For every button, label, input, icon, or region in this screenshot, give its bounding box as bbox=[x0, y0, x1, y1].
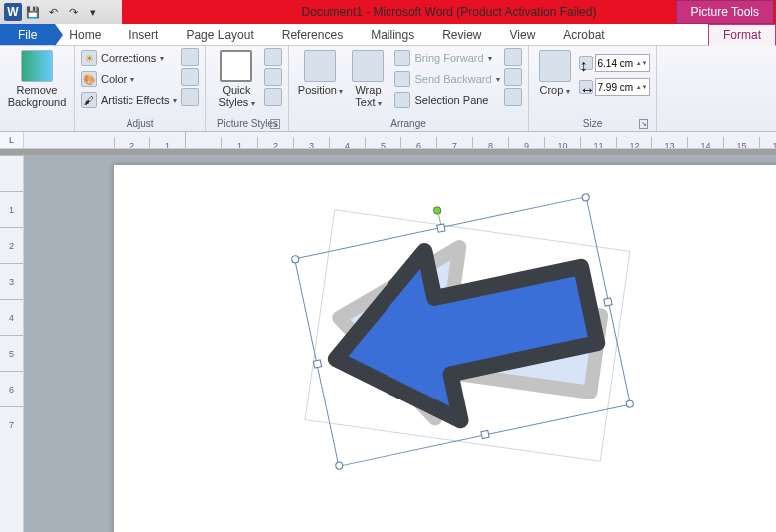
resize-handle-e[interactable] bbox=[603, 297, 612, 306]
tab-view[interactable]: View bbox=[496, 24, 550, 45]
save-icon[interactable]: 💾 bbox=[24, 3, 42, 21]
remove-background-icon bbox=[21, 50, 53, 82]
ribbon: Remove Background Corrections Color Arti… bbox=[0, 46, 776, 132]
send-backward-label: Send Backward bbox=[414, 73, 491, 85]
color-label: Color bbox=[101, 73, 127, 85]
resize-handle-ne[interactable] bbox=[581, 193, 590, 202]
resize-handle-se[interactable] bbox=[625, 399, 634, 408]
color-button[interactable]: Color bbox=[81, 69, 177, 89]
title-bar: W 💾 ↶ ↷ ▾ Document1 - Microsoft Word (Pr… bbox=[0, 0, 776, 24]
color-icon bbox=[81, 71, 97, 87]
group-arrange: Position Wrap Text Bring Forward Send Ba… bbox=[289, 46, 528, 131]
redo-icon[interactable]: ↷ bbox=[64, 3, 82, 21]
tab-acrobat[interactable]: Acrobat bbox=[549, 24, 618, 45]
width-spinner-icon[interactable]: ▲▼ bbox=[636, 84, 647, 90]
undo-icon[interactable]: ↶ bbox=[44, 3, 62, 21]
remove-background-button[interactable]: Remove Background bbox=[6, 48, 68, 110]
ribbon-tabs: File Home Insert Page Layout References … bbox=[0, 24, 776, 46]
wrap-text-label: Wrap Text bbox=[345, 84, 390, 110]
position-icon bbox=[304, 50, 336, 82]
artistic-effects-icon bbox=[81, 92, 97, 108]
ruler-scale-h: 21123456789101112131415161718 bbox=[24, 132, 776, 148]
tab-file[interactable]: File bbox=[0, 24, 55, 45]
selection-pane-icon bbox=[394, 92, 410, 108]
quick-styles-label: Quick Styles bbox=[212, 84, 260, 110]
tab-insert[interactable]: Insert bbox=[115, 24, 172, 45]
tab-page-layout[interactable]: Page Layout bbox=[172, 24, 267, 45]
group-objects-icon[interactable] bbox=[504, 68, 522, 86]
selection-pane-button[interactable]: Selection Pane bbox=[394, 90, 499, 110]
resize-handle-w[interactable] bbox=[313, 359, 322, 368]
wrap-text-button[interactable]: Wrap Text bbox=[345, 48, 390, 112]
tab-mailings[interactable]: Mailings bbox=[357, 24, 428, 45]
vertical-ruler[interactable]: 1234567 bbox=[0, 155, 24, 532]
compress-pictures-icon[interactable] bbox=[181, 48, 199, 66]
bring-forward-button[interactable]: Bring Forward bbox=[394, 48, 499, 68]
group-label-adjust: Adjust bbox=[81, 117, 199, 131]
tab-review[interactable]: Review bbox=[428, 24, 495, 45]
group-label-size: Size↘ bbox=[535, 117, 650, 131]
picture-styles-launcher-icon[interactable]: ↘ bbox=[270, 119, 280, 129]
horizontal-ruler[interactable]: L 21123456789101112131415161718 bbox=[0, 132, 776, 149]
shape-width-field[interactable]: ↔ 7.99 cm▲▼ bbox=[579, 78, 650, 96]
height-icon: ↕ bbox=[579, 56, 593, 70]
group-remove-background: Remove Background bbox=[0, 46, 75, 131]
resize-handle-n[interactable] bbox=[436, 223, 445, 232]
shape-height-value: 6.14 cm bbox=[598, 58, 634, 69]
artistic-effects-button[interactable]: Artistic Effects bbox=[81, 90, 177, 110]
resize-handle-nw[interactable] bbox=[290, 255, 299, 264]
shape-width-value: 7.99 cm bbox=[598, 82, 634, 93]
selection-pane-label: Selection Pane bbox=[414, 94, 488, 106]
document-page[interactable] bbox=[114, 165, 776, 532]
group-picture-styles: Quick Styles Picture Styles↘ bbox=[206, 46, 289, 131]
group-label-picture-styles: Picture Styles↘ bbox=[212, 117, 282, 131]
height-spinner-icon[interactable]: ▲▼ bbox=[636, 60, 647, 66]
corrections-label: Corrections bbox=[101, 52, 156, 64]
tab-home[interactable]: Home bbox=[55, 24, 115, 45]
tab-selector-icon[interactable]: L bbox=[0, 132, 24, 148]
group-adjust: Corrections Color Artistic Effects Adjus… bbox=[75, 46, 206, 131]
tab-format[interactable]: Format bbox=[708, 24, 776, 46]
artistic-effects-label: Artistic Effects bbox=[101, 94, 169, 106]
picture-effects-icon[interactable] bbox=[264, 68, 282, 86]
resize-handle-sw[interactable] bbox=[335, 461, 344, 470]
picture-border-icon[interactable] bbox=[264, 48, 282, 66]
tab-references[interactable]: References bbox=[268, 24, 357, 45]
crop-label: Crop bbox=[539, 84, 569, 96]
bring-forward-label: Bring Forward bbox=[414, 52, 483, 64]
align-icon[interactable] bbox=[504, 48, 522, 66]
picture-tools-contextual-tab[interactable]: Picture Tools bbox=[676, 0, 774, 24]
send-backward-button[interactable]: Send Backward bbox=[394, 69, 499, 89]
width-icon: ↔ bbox=[579, 80, 593, 94]
qat-dropdown-icon[interactable]: ▾ bbox=[84, 3, 102, 21]
wrap-text-icon bbox=[352, 50, 384, 82]
remove-background-label: Remove Background bbox=[6, 84, 68, 108]
size-launcher-icon[interactable]: ↘ bbox=[639, 119, 648, 129]
send-backward-icon bbox=[394, 71, 410, 87]
shape-height-field[interactable]: ↕ 6.14 cm▲▼ bbox=[579, 54, 650, 72]
position-button[interactable]: Position bbox=[295, 48, 345, 98]
reset-picture-icon[interactable] bbox=[181, 88, 199, 106]
group-label-arrange: Arrange bbox=[295, 117, 521, 131]
bring-forward-icon bbox=[394, 50, 410, 66]
crop-button[interactable]: Crop bbox=[535, 48, 575, 98]
quick-access-toolbar: W 💾 ↶ ↷ ▾ bbox=[0, 3, 106, 21]
picture-layout-icon[interactable] bbox=[264, 88, 282, 106]
group-size: Crop ↕ 6.14 cm▲▼ ↔ 7.99 cm▲▼ Size↘ bbox=[529, 46, 657, 131]
rotate-icon[interactable] bbox=[504, 88, 522, 106]
quick-styles-icon bbox=[220, 50, 252, 82]
quick-styles-button[interactable]: Quick Styles bbox=[212, 48, 260, 112]
group-label-spacer bbox=[6, 117, 68, 131]
position-label: Position bbox=[298, 84, 343, 96]
corrections-icon bbox=[81, 50, 97, 66]
word-app-icon[interactable]: W bbox=[4, 3, 22, 21]
resize-handle-s[interactable] bbox=[480, 430, 489, 439]
document-workspace[interactable] bbox=[24, 155, 776, 532]
change-picture-icon[interactable] bbox=[181, 68, 199, 86]
crop-icon bbox=[539, 50, 571, 82]
corrections-button[interactable]: Corrections bbox=[81, 48, 177, 68]
